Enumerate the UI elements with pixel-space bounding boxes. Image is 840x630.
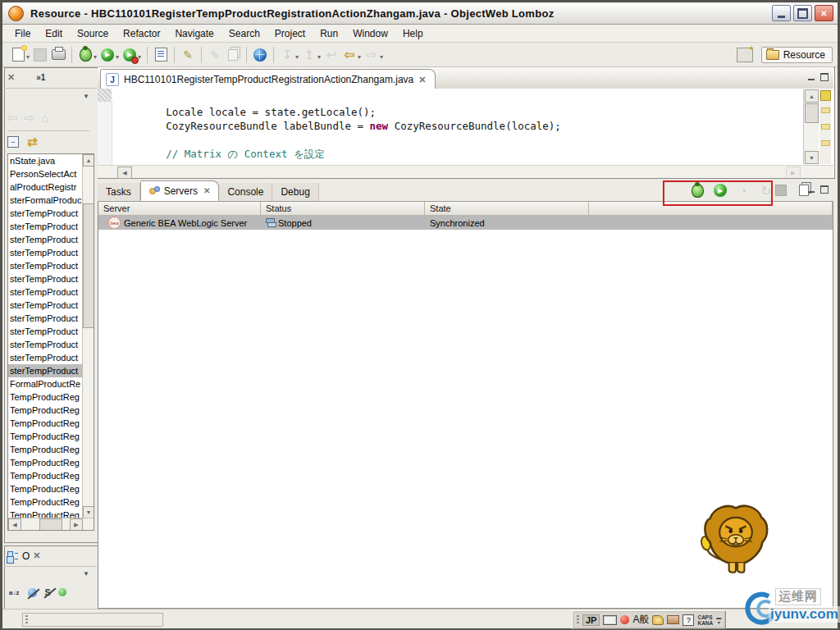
scroll-up-button[interactable]: ▲ — [805, 89, 819, 103]
tab-servers[interactable]: Servers✕ — [140, 180, 220, 201]
file-item[interactable]: sterTempProduct — [8, 299, 84, 312]
scroll-right-button[interactable]: ▶ — [786, 167, 801, 179]
menu-file[interactable]: File — [7, 25, 38, 42]
file-item[interactable]: sterTempProduct — [8, 364, 84, 377]
previous-annotation-button[interactable]: ↥ — [301, 47, 317, 63]
ime-on-icon[interactable] — [620, 615, 629, 624]
scroll-down-button[interactable]: ▼ — [805, 151, 819, 164]
minimize-button[interactable] — [805, 184, 818, 195]
open-browser-button[interactable] — [252, 47, 268, 63]
hide-nonpublic-icon[interactable] — [58, 588, 66, 596]
open-perspective-button[interactable] — [737, 48, 753, 62]
close-icon[interactable]: ✕ — [203, 186, 210, 195]
menu-run[interactable]: Run — [313, 25, 345, 42]
column-header-status[interactable]: Status — [261, 202, 425, 216]
ime-collapse-button[interactable]: ▬▾ — [716, 615, 721, 625]
file-item[interactable]: sterTempProduct — [8, 351, 84, 364]
maximize-button[interactable] — [793, 5, 812, 21]
close-button[interactable]: ✕ — [815, 5, 833, 21]
last-edit-location-button[interactable]: ↩ — [323, 47, 340, 63]
column-header-state[interactable]: State — [425, 202, 589, 216]
tab-debug[interactable]: Debug — [272, 183, 318, 201]
server-cell[interactable]: beaGeneric BEA WebLogic Server — [98, 217, 261, 229]
editor-vscrollbar[interactable]: ▲ ▼ — [803, 89, 819, 164]
maximize-button[interactable] — [818, 71, 831, 83]
copy-button[interactable] — [225, 47, 241, 63]
edit-button[interactable]: ✎ — [207, 47, 223, 63]
view-menu-icon[interactable]: ▼ — [83, 93, 89, 100]
file-item[interactable]: TempProductReg — [8, 390, 84, 404]
file-item[interactable]: TempProductReg — [8, 443, 84, 456]
print-button[interactable] — [50, 47, 66, 63]
back-button[interactable]: ⇦ — [341, 47, 358, 63]
chevron-down-icon[interactable]: ▾ — [94, 53, 97, 61]
file-item[interactable]: TempProductReg — [8, 430, 84, 443]
next-annotation-button[interactable]: ↧ — [279, 47, 295, 63]
file-item[interactable]: sterTempProduct — [8, 272, 84, 285]
new-wizard-button[interactable] — [10, 47, 26, 63]
close-icon[interactable]: ✕ — [33, 550, 40, 561]
chevron-down-icon[interactable]: ▾ — [295, 53, 299, 61]
menu-source[interactable]: Source — [70, 25, 116, 42]
sort-icon[interactable]: a↓z — [9, 589, 21, 596]
file-item[interactable]: FormalProductRe — [8, 377, 84, 390]
scroll-up-button[interactable]: ▲ — [83, 154, 94, 167]
scroll-left-button[interactable]: ◀ — [8, 518, 21, 531]
ime-mode-button[interactable]: A般 — [632, 613, 649, 627]
minimize-button[interactable] — [805, 71, 818, 83]
file-item[interactable]: nState.java — [8, 154, 84, 167]
task-list-button[interactable] — [153, 47, 169, 63]
close-icon[interactable]: ✕ — [418, 75, 426, 85]
ime-pad-icon[interactable] — [652, 615, 664, 625]
server-table-row[interactable]: beaGeneric BEA WebLogic ServerStoppedSyn… — [98, 216, 833, 230]
chevron-down-icon[interactable]: ▾ — [317, 53, 321, 61]
debug-button[interactable] — [77, 47, 94, 63]
scroll-down-button[interactable]: ▼ — [83, 506, 94, 518]
menu-search[interactable]: Search — [221, 25, 267, 42]
file-item[interactable]: sterFormalProduc — [8, 194, 84, 207]
grip-icon[interactable] — [577, 615, 579, 625]
scroll-thumb[interactable] — [83, 203, 94, 328]
help-icon[interactable]: ? — [682, 614, 694, 626]
collapse-all-icon[interactable]: − — [7, 136, 19, 148]
editor-hscrollbar[interactable]: ◀ ▶ — [98, 165, 833, 178]
external-tools-button[interactable]: ▶ — [121, 47, 138, 63]
chevron-down-icon[interactable]: ▾ — [380, 53, 383, 61]
chevron-down-icon[interactable]: ▾ — [26, 53, 30, 61]
menu-edit[interactable]: Edit — [38, 25, 70, 42]
file-item[interactable]: sterTempProduct — [8, 312, 84, 325]
menu-window[interactable]: Window — [345, 25, 395, 42]
menu-help[interactable]: Help — [395, 25, 431, 42]
debug-server-button[interactable] — [689, 182, 705, 199]
state-cell[interactable]: Synchronized — [425, 218, 589, 228]
chevron-down-icon[interactable]: ▾ — [116, 53, 119, 61]
profile-server-button[interactable]: ◔ — [735, 182, 751, 199]
hide-static-icon[interactable]: S — [44, 587, 50, 597]
file-item[interactable]: TempProductReg — [8, 469, 84, 482]
back-icon[interactable]: ⇦ — [7, 112, 18, 124]
file-item[interactable]: TempProductReg — [8, 404, 84, 417]
save-button[interactable] — [32, 47, 48, 63]
scroll-left-button[interactable]: ◀ — [117, 167, 132, 179]
file-item[interactable]: sterTempProduct — [8, 338, 84, 351]
file-item[interactable]: alProductRegistr — [8, 180, 84, 194]
file-item[interactable]: PersonSelectAct — [8, 167, 84, 180]
up-level-icon[interactable]: ⌂ — [41, 112, 48, 124]
occurrence-marker[interactable] — [821, 140, 830, 146]
editor-tab[interactable]: J HBC110101RegisterTempProductRegistrati… — [100, 69, 436, 89]
file-item[interactable]: sterTempProduct — [8, 233, 84, 246]
overview-annotation-icon[interactable] — [820, 90, 831, 101]
menu-refactor[interactable]: Refactor — [116, 25, 167, 42]
occurrence-marker[interactable] — [821, 107, 830, 113]
resource-perspective-button[interactable]: Resource — [761, 47, 833, 63]
keyboard-icon[interactable] — [603, 615, 617, 625]
stop-server-button[interactable] — [773, 182, 789, 199]
file-item[interactable]: sterTempProduct — [8, 285, 84, 299]
file-item[interactable]: TempProductReg — [8, 495, 84, 509]
tab-overflow-indicator[interactable]: »1 — [36, 73, 45, 82]
scroll-thumb[interactable] — [805, 103, 819, 123]
file-list-vscrollbar[interactable]: ▲ ▼ — [82, 154, 94, 518]
hide-fields-icon[interactable] — [28, 588, 37, 597]
menu-project[interactable]: Project — [267, 25, 313, 42]
file-list-hscrollbar[interactable]: ◀ ▶ — [8, 518, 94, 530]
